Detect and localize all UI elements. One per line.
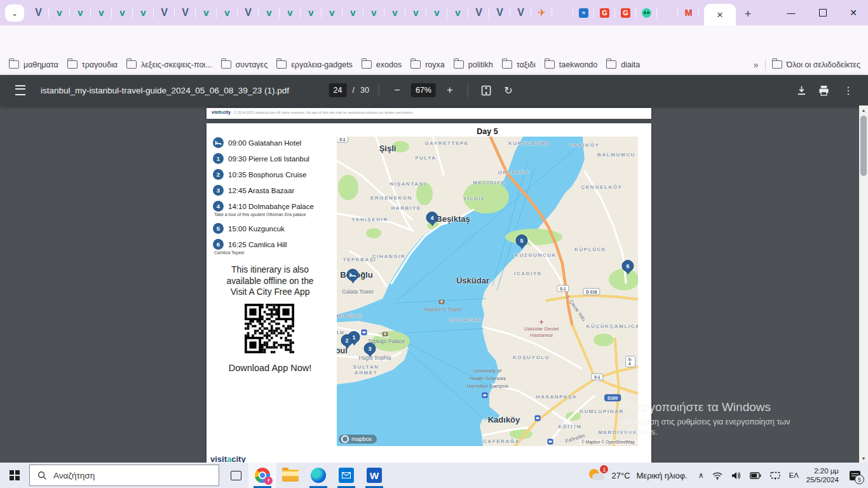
hotel-bed-icon <box>213 137 224 148</box>
tab-maps-pin[interactable] <box>552 3 573 23</box>
qr-code <box>245 304 294 353</box>
pdf-menu-icon[interactable] <box>15 85 25 95</box>
tab-v-green[interactable]: v <box>342 3 363 23</box>
zoom-level-input[interactable]: 67% <box>411 83 436 97</box>
window-minimize-button[interactable]: — <box>776 0 806 25</box>
tab-v-green[interactable]: v <box>405 3 426 23</box>
bookmark-folder--[interactable]: τραγουδια <box>67 60 118 69</box>
tab-v-green[interactable]: v <box>384 3 405 23</box>
taskbar-word[interactable]: W <box>360 463 388 488</box>
scroll-up-icon[interactable]: ▲ <box>859 105 868 114</box>
map-attribution[interactable]: © Mapbox © OpenStreetMap <box>580 440 637 444</box>
taskbar-mail[interactable] <box>332 463 360 488</box>
tab-g-red[interactable]: G <box>594 3 615 23</box>
new-tab-button[interactable]: + <box>740 6 756 22</box>
tab-v-green[interactable]: v <box>49 3 70 23</box>
bookmark-folder-politikh[interactable]: politikh <box>454 60 493 69</box>
taskbar-chrome[interactable]: f <box>248 463 276 488</box>
cast-icon[interactable] <box>770 471 780 480</box>
bookmark-folder--[interactable]: μαθηματα <box>9 60 58 69</box>
zoom-out-button[interactable]: − <box>389 82 405 98</box>
page-number-input[interactable]: 24 <box>329 83 347 97</box>
tab-v-green[interactable]: v <box>280 3 301 23</box>
close-tab-icon[interactable]: ✕ <box>717 10 724 20</box>
taskbar-file-explorer[interactable] <box>276 463 304 488</box>
tab-lantern[interactable] <box>657 3 678 23</box>
action-center-button[interactable]: 5 <box>845 463 864 488</box>
pdf-more-icon[interactable]: ⋮ <box>840 82 857 98</box>
tab-v-dark[interactable]: V <box>238 3 259 23</box>
active-tab[interactable]: ✕ <box>704 4 736 25</box>
map[interactable]: ŞişliBeşiktaşBeyoğluÜsküdarKadıköyIstanb… <box>337 137 638 446</box>
taskbar-edge[interactable] <box>304 463 332 488</box>
map-marker-6[interactable]: 6 <box>622 260 634 272</box>
tab-gmail[interactable]: M <box>678 3 699 23</box>
weather-description[interactable]: Μερική ηλιοφ. <box>637 471 688 480</box>
tab-v-green[interactable]: v <box>363 3 384 23</box>
tab-v-dark[interactable]: V <box>489 3 510 23</box>
tab-travel-blue[interactable]: ≈ <box>573 3 594 23</box>
bookmark-folder-exodos[interactable]: exodos <box>362 60 402 69</box>
tab-v-green[interactable]: v <box>70 3 91 23</box>
tab-v-green[interactable]: v <box>217 3 238 23</box>
print-icon[interactable] <box>818 85 830 97</box>
tab-tripadvisor[interactable] <box>636 3 657 23</box>
pdf-download-icon[interactable] <box>796 85 808 97</box>
tab-v-dark[interactable]: V <box>510 3 531 23</box>
scrollbar-thumb[interactable] <box>860 116 867 176</box>
bookmarks-overflow-icon[interactable]: » <box>754 60 759 70</box>
tray-expand-icon[interactable]: ∧ <box>698 471 704 480</box>
tab-v-green[interactable]: v <box>196 3 217 23</box>
tab-search-button[interactable]: ⌄ <box>5 4 24 22</box>
window-close-button[interactable]: ✕ <box>839 0 868 25</box>
map-marker-4[interactable]: 4 <box>426 212 438 224</box>
tab-v-dark[interactable]: V <box>468 3 489 23</box>
window-maximize-button[interactable] <box>808 0 837 25</box>
tab-v-green[interactable]: v <box>133 3 154 23</box>
tab-v-dark[interactable]: V <box>28 3 49 23</box>
tab-flights[interactable]: ✈ <box>531 3 552 23</box>
rotate-button[interactable]: ↻ <box>500 82 517 98</box>
temperature[interactable]: 27°C <box>611 471 630 480</box>
bookmark-folder-royxa[interactable]: royxa <box>410 60 445 69</box>
scrollbar[interactable]: ▲ ▼ <box>859 105 868 463</box>
tab-v-green[interactable]: v <box>301 3 322 23</box>
tab-v-green[interactable]: v <box>259 3 280 23</box>
tab-v-green[interactable]: v <box>447 3 468 23</box>
map-marker-3[interactable]: 3 <box>364 342 376 355</box>
bookmark-folder--gadgets[interactable]: εργαλεια-gadgets <box>276 60 353 69</box>
bookmark-label: ταξιδι <box>517 60 536 69</box>
volume-icon[interactable] <box>731 471 741 480</box>
map-marker-5[interactable]: 5 <box>516 234 528 247</box>
task-view-button[interactable] <box>223 463 248 488</box>
tab-g-red[interactable]: G <box>615 3 636 23</box>
map-label-yildiz: YILDIZ <box>463 196 485 201</box>
fit-page-button[interactable] <box>478 82 494 98</box>
battery-icon[interactable] <box>750 472 761 479</box>
language-indicator[interactable]: ΕΛ <box>789 471 798 479</box>
taskbar-clock[interactable]: 2:20 μμ 25/5/2024 <box>806 466 839 484</box>
zoom-in-button[interactable]: + <box>442 82 458 98</box>
road-shield-0-1: 0-1 <box>557 285 569 292</box>
bookmark-folder-diaita[interactable]: diaita <box>606 60 640 69</box>
tab-v-green[interactable]: v <box>91 3 112 23</box>
start-button[interactable] <box>0 463 29 488</box>
tab-v-green[interactable]: v <box>322 3 342 23</box>
wifi-icon[interactable] <box>712 471 722 480</box>
all-bookmarks-button[interactable]: Όλοι οι σελιδοδείκτες <box>772 60 860 69</box>
bookmark-folder--[interactable]: ταξιδι <box>502 60 536 69</box>
tab-v-green[interactable]: v <box>426 3 447 23</box>
taskbar-search[interactable]: Αναζήτηση <box>29 464 219 486</box>
map-label-ko-uyolu: KOŞUYOLU <box>513 355 550 360</box>
tab-v-dark[interactable]: V <box>175 3 196 23</box>
scroll-down-icon[interactable]: ▼ <box>859 454 868 463</box>
bookmark-folder--[interactable]: λεξεις-σκεψεις-ποι... <box>126 60 212 69</box>
map-marker-2[interactable]: 2 <box>341 334 353 346</box>
bookmark-folder--[interactable]: συνταγες <box>221 60 268 69</box>
tab-v-green[interactable]: v <box>112 3 133 23</box>
tab-v-dark[interactable]: V <box>154 3 175 23</box>
weather-icon[interactable]: 1 <box>588 468 606 483</box>
bookmark-folder-taekwondo[interactable]: taekwondo <box>545 60 597 69</box>
mapbox-logo[interactable]: mapbox <box>339 435 377 444</box>
map-marker-hotel[interactable] <box>347 269 359 281</box>
